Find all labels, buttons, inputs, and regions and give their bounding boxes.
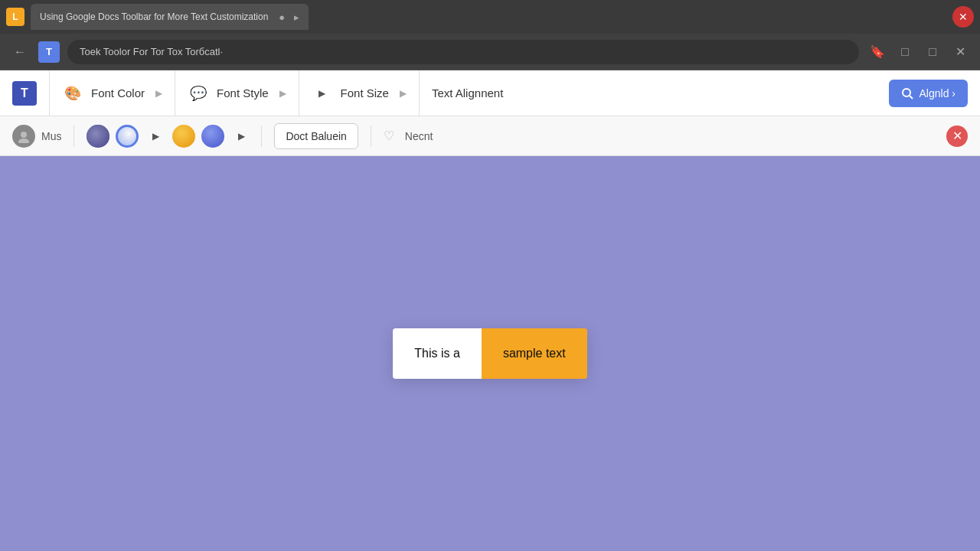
play-button[interactable]: ▶ [148,129,163,144]
style-circles[interactable] [87,125,139,148]
address-bar-row: ← T Toek Toolor For Tor Tox Torбcatl· 🔖 … [0,34,980,70]
svg-point-2 [21,132,27,138]
color-circles[interactable] [172,125,224,148]
address-text: Toek Toolor For Tor Tox Torбcatl· [80,46,223,57]
tab-title: Using Google Docs Toolbar for More Text … [40,11,268,22]
color-circle-blue[interactable] [201,125,224,148]
minimize-icon[interactable]: □ [922,41,943,63]
recent-control: ♡ Necnt [384,129,433,143]
close-button[interactable]: ✕ [946,126,968,147]
back-button[interactable]: ← [9,41,31,63]
svg-line-1 [910,96,913,99]
text-part-1-content: This is a [414,347,460,360]
toolbar-section-font-style: 💬 Font Style ▶ [175,70,299,116]
browser-favicon: L [6,8,24,26]
font-size-icon: ▶ [312,83,333,104]
style-circle-dark[interactable] [87,125,109,148]
browser-close-button[interactable]: ✕ [952,6,974,28]
svg-point-0 [903,89,910,96]
font-style-arrow: ▶ [279,88,286,99]
divider-2 [261,126,262,147]
recent-label: Necnt [405,130,433,142]
tab-new-icon: ● [279,11,285,23]
avatar-icon [17,129,31,143]
controls-row: Mus ▶ ▶ Doct Baluein ♡ Necnt [0,116,980,156]
font-color-icon: 🎨 [62,83,83,104]
main-content: This is a sample text [0,156,980,551]
user-avatar [12,125,35,148]
svg-point-3 [18,139,29,143]
font-style-label: Font Style [217,86,269,99]
browser-tab[interactable]: Using Google Docs Toolbar for More Text … [31,4,309,30]
font-style-icon: 💬 [188,83,209,104]
search-label: Algnld › [920,87,956,99]
toolbar-section-font-size: ▶ Font Size ▶ [299,70,420,116]
mus-label: Mus [41,130,61,142]
divider-1 [74,126,74,147]
text-part-1: This is a [393,328,482,379]
browser-chrome: L Using Google Docs Toolbar for More Tex… [0,0,980,34]
user-control: Mus [12,125,61,148]
doc-button-label: Doct Baluein [286,130,346,142]
text-part-2-content: sample text [503,347,566,360]
style-circle-outline[interactable] [116,125,139,148]
extension-icon: T [38,41,60,63]
color-circle-orange[interactable] [172,125,195,148]
divider-3 [371,126,371,147]
toolbar-section-text-alignment: Text Alignnent [420,70,515,116]
font-size-label: Font Size [341,86,389,99]
search-align-button[interactable]: Algnld › [889,80,968,107]
font-size-arrow: ▶ [400,88,407,99]
tab-more-icon: ▸ [294,11,299,23]
app-toolbar: T 🎨 Font Color ▶ 💬 Font Style ▶ ▶ Font S… [0,70,980,116]
text-alignment-label: Text Alignnent [432,86,503,99]
browser-toolbar-icons: 🔖 □ □ ✕ [867,41,971,63]
font-color-arrow: ▶ [155,88,162,99]
window-close-button[interactable]: ✕ [949,41,971,63]
doc-button[interactable]: Doct Baluein [274,123,358,149]
heart-icon: ♡ [384,129,394,143]
share-icon[interactable]: □ [894,41,916,63]
toolbar-section-font-color: 🎨 Font Color ▶ [50,70,175,116]
text-part-2: sample text [482,328,587,379]
bookmark-icon[interactable]: 🔖 [867,41,888,63]
play-button-2[interactable]: ▶ [234,129,249,144]
app-window: L Using Google Docs Toolbar for More Tex… [0,0,980,551]
address-bar[interactable]: Toek Toolor For Tor Tox Torбcatl· [67,40,859,64]
text-display-container: This is a sample text [393,328,586,379]
search-icon [901,87,913,99]
app-logo: T [12,81,37,106]
font-color-label: Font Color [91,86,145,99]
